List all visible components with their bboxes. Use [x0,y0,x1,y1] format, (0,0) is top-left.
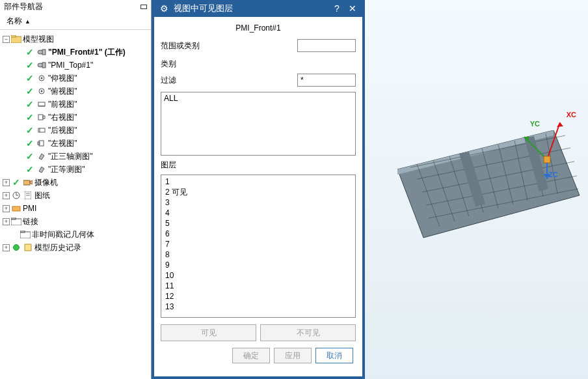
layers-listbox[interactable]: 12 可见345678910111213 [161,175,356,318]
gear-icon[interactable]: ⚙ [158,3,170,14]
tree-node-view[interactable]: ✓"右视图" [3,111,151,124]
tree-node-view[interactable]: ✓"PMI_Front#1" (工作) [3,46,151,59]
layer-item[interactable]: 13 [161,302,355,312]
close-icon[interactable]: ✕ [347,3,358,14]
sort-caret-icon: ▲ [25,18,31,25]
viewport-3d[interactable]: XC YC ZC [365,0,588,379]
tree-node-pmi[interactable]: + PMI [3,202,151,215]
svg-rect-5 [42,63,46,68]
check-icon: ✓ [25,112,35,122]
current-view-label: PMI_Front#1 [161,21,356,36]
layer-item[interactable]: 11 [161,281,355,291]
layer-item[interactable]: 3 [161,197,355,208]
expand-icon[interactable]: + [3,192,10,199]
tree-label: "正三轴测图" [48,151,93,162]
collapse-icon[interactable]: − [3,36,10,43]
layer-item[interactable]: 8 [161,249,355,260]
tree-node-view[interactable]: ✓"正三轴测图" [3,150,151,163]
svg-rect-12 [38,115,43,120]
folder-icon [20,229,31,240]
tree-label: "PMI_Front#1" (工作) [48,47,126,58]
tree-label: 链接 [23,216,38,227]
tree-node-link[interactable]: + 链接 [3,215,151,228]
svg-rect-33 [25,244,31,251]
layer-item[interactable]: 1 [161,176,355,187]
svg-point-9 [41,91,43,92]
tree-label: PMI [23,204,36,213]
view-type-icon [36,47,47,57]
svg-rect-28 [12,206,20,211]
tree-node-view[interactable]: ✓"仰视图" [3,72,151,85]
tree-label: "左视图" [48,138,77,149]
ok-button[interactable]: 确定 [232,348,270,363]
layer-item[interactable]: 9 [161,260,355,270]
tree-label: "仰视图" [48,73,77,84]
svg-rect-1 [11,35,16,37]
layer-item[interactable]: 7 [161,239,355,249]
status-dot-icon [11,242,21,253]
visible-layers-dialog: ⚙ 视图中可见图层 ? ✕ PMI_Front#1 范围或类别 类别 过滤 AL… [152,0,365,379]
visible-button[interactable]: 可见 [161,324,256,341]
layer-item[interactable]: 4 [161,208,355,218]
check-icon: ✓ [25,151,35,161]
axis-zc-label: ZC [548,171,558,178]
tree-node-view[interactable]: ✓"俯视图" [3,85,151,98]
tree-node-view[interactable]: ✓"左视图" [3,137,151,150]
tree-node-view[interactable]: ✓"后视图" [3,124,151,137]
layers-label: 图层 [161,160,356,171]
category-list[interactable]: ALL [161,92,356,156]
layer-item[interactable]: 2 可见 [161,187,355,197]
check-icon: ✓ [25,99,35,109]
range-input[interactable] [297,39,356,52]
layer-item[interactable]: 6 [161,229,355,239]
help-icon[interactable]: ? [331,3,343,14]
axis-triad: XC YC ZC [518,111,576,182]
tree-label: 摄像机 [34,177,58,188]
sheet-icon [23,190,33,201]
layer-item[interactable]: 10 [161,270,355,281]
layer-item[interactable]: 5 [161,218,355,229]
tree-node-view[interactable]: ✓"PMI_Top#1" [3,59,151,72]
tree-node-view[interactable]: ✓"正等测图" [3,163,151,176]
check-icon: ✓ [25,86,35,96]
check-icon: ✓ [25,47,35,57]
svg-line-52 [547,122,560,160]
layer-item[interactable]: 12 [161,291,355,302]
view-type-icon [36,151,47,161]
expand-icon[interactable]: + [3,205,10,212]
tree-node-camera[interactable]: + ✓ 摄像机 [3,176,151,189]
svg-rect-3 [42,49,46,55]
expand-icon[interactable]: + [3,244,10,251]
dialog-titlebar: ⚙ 视图中可见图层 ? ✕ [154,0,362,17]
tree-node-view[interactable]: ✓"前视图" [3,98,151,111]
svg-marker-19 [39,167,44,173]
svg-point-7 [41,77,43,79]
camera-icon [23,177,33,188]
tree-label: 图纸 [34,190,50,201]
check-icon: ✓ [25,60,35,70]
expand-icon[interactable]: + [3,179,10,186]
invisible-button[interactable]: 不可见 [260,324,356,341]
tree-label: "后视图" [48,125,77,136]
cancel-button[interactable]: 取消 [315,348,353,363]
toggle-blank [12,231,19,238]
view-type-icon [36,86,47,96]
tree-node-drawing[interactable]: + 图纸 [3,189,151,202]
view-type-icon [36,164,47,175]
tree-column-header[interactable]: 名称 ▲ [0,13,151,30]
tree-label: 模型视图 [23,34,54,45]
tree-node-history[interactable]: + 模型历史记录 [3,241,151,254]
view-type-icon [36,73,47,83]
clock-icon [11,190,21,201]
view-type-icon [36,138,47,148]
svg-rect-58 [544,156,550,163]
tree-node-model-views[interactable]: − 模型视图 [3,33,151,46]
expand-icon[interactable]: + [3,218,10,225]
panel-box-icon[interactable] [140,5,147,9]
view-type-icon [36,112,47,122]
filter-input[interactable] [297,74,356,87]
apply-button[interactable]: 应用 [274,348,312,363]
tree-label: "PMI_Top#1" [48,61,93,70]
tree-node-nonts-geom[interactable]: 非时间戳记几何体 [3,228,151,241]
panel-titlebar: 部件导航器 [0,0,151,13]
